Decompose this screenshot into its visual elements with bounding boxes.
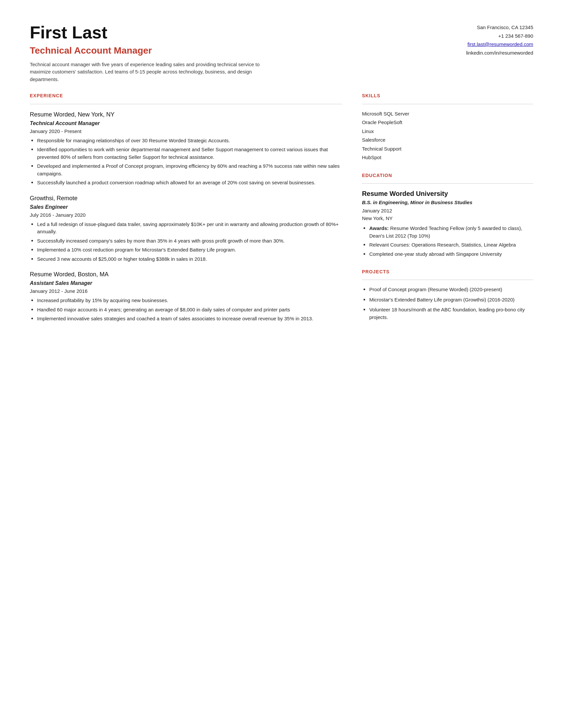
edu-bullet-1: Awards: Resume Worded Teaching Fellow (o…	[362, 225, 533, 240]
experience-divider	[30, 104, 342, 104]
edu-bullet-2: Relevant Courses: Operations Research, S…	[362, 241, 533, 249]
job1-bullet-4: Successfully launched a product conversi…	[30, 179, 342, 187]
skill-6: HubSpot	[362, 154, 533, 161]
job3-bullet-1: Increased profitability by 15% by acquir…	[30, 297, 342, 304]
candidate-title: Technical Account Manager	[30, 44, 441, 58]
project-2: Microstar's Extended Battery Life progra…	[362, 296, 533, 304]
education-divider	[362, 183, 533, 184]
skill-1: Microsoft SQL Server	[362, 110, 533, 118]
job2-dates: July 2016 - January 2020	[30, 211, 342, 219]
edu-bullets: Awards: Resume Worded Teaching Fellow (o…	[362, 225, 533, 258]
job3-bullet-2: Handled 60 major accounts in 4 years; ge…	[30, 306, 342, 314]
job2-role: Sales Engineer	[30, 203, 342, 211]
job2-company: Growthsi, Remote	[30, 194, 342, 203]
skill-3: Linux	[362, 128, 533, 135]
project-3: Volunteer 18 hours/month at the ABC foun…	[362, 306, 533, 321]
job1-company: Resume Worded, New York, NY	[30, 110, 342, 119]
job1-dates: January 2020 - Present	[30, 128, 342, 135]
job2-bullet-4: Secured 3 new accounts of $25,000 or hig…	[30, 255, 342, 263]
job3-company: Resume Worded, Boston, MA	[30, 270, 342, 279]
edu-location: New York, NY	[362, 215, 533, 222]
job1-bullet-2: Identified opportunities to work with se…	[30, 146, 342, 161]
education-section-title: EDUCATION	[362, 172, 533, 179]
job3-bullet-3: Implemented innovative sales strategies …	[30, 315, 342, 323]
job3-dates: January 2012 - June 2016	[30, 288, 342, 295]
contact-info: San Francisco, CA 12345 +1 234 567-890 f…	[441, 23, 533, 57]
projects-list: Proof of Concept program (Resume Worded)…	[362, 286, 533, 321]
candidate-summary: Technical account manager with five year…	[30, 61, 261, 83]
right-column: SKILLS Microsoft SQL Server Oracle Peopl…	[362, 92, 533, 705]
job2-bullet-1: Led a full redesign of issue-plagued dat…	[30, 221, 342, 236]
header-section: First Last Technical Account Manager Tec…	[30, 23, 533, 83]
job-growthsi: Growthsi, Remote Sales Engineer July 201…	[30, 194, 342, 263]
left-column: EXPERIENCE Resume Worded, New York, NY T…	[30, 92, 342, 705]
project-1: Proof of Concept program (Resume Worded)…	[362, 286, 533, 294]
contact-linkedin: linkedin.com/in/resumeworded	[441, 49, 533, 57]
skills-list: Microsoft SQL Server Oracle PeopleSoft L…	[362, 110, 533, 161]
skill-2: Oracle PeopleSoft	[362, 119, 533, 126]
contact-phone: +1 234 567-890	[441, 32, 533, 40]
job1-bullet-3: Developed and implemented a Proof of Con…	[30, 162, 342, 177]
skill-4: Salesforce	[362, 136, 533, 144]
job1-bullet-1: Responsible for managing relationships o…	[30, 137, 342, 145]
job-resumeworded-asm: Resume Worded, Boston, MA Assistant Sale…	[30, 270, 342, 323]
contact-email[interactable]: first.last@resumeworded.com	[441, 40, 533, 49]
job3-role: Assistant Sales Manager	[30, 279, 342, 287]
job1-bullets: Responsible for managing relationships o…	[30, 137, 342, 187]
contact-location: San Francisco, CA 12345	[441, 23, 533, 32]
skills-divider	[362, 104, 533, 104]
edu-date: January 2012	[362, 207, 533, 214]
header-left: First Last Technical Account Manager Tec…	[30, 23, 441, 83]
job2-bullets: Led a full redesign of issue-plagued dat…	[30, 221, 342, 263]
resume-page: First Last Technical Account Manager Tec…	[0, 0, 563, 728]
job-resumeworded-tam: Resume Worded, New York, NY Technical Ac…	[30, 110, 342, 187]
experience-section-title: EXPERIENCE	[30, 92, 342, 99]
job2-bullet-2: Successfully increased company's sales b…	[30, 237, 342, 245]
edu-bullet-3: Completed one-year study abroad with Sin…	[362, 250, 533, 258]
job2-bullet-3: Implemented a 10% cost reduction program…	[30, 246, 342, 254]
projects-divider	[362, 280, 533, 280]
edu-school: Resume Worded University	[362, 190, 533, 198]
job1-role: Technical Account Manager	[30, 119, 342, 127]
edu-degree: B.S. in Engineering, Minor in Business S…	[362, 199, 533, 206]
skill-5: Technical Support	[362, 145, 533, 153]
job3-bullets: Increased profitability by 15% by acquir…	[30, 297, 342, 323]
body-content: EXPERIENCE Resume Worded, New York, NY T…	[30, 92, 533, 705]
candidate-name: First Last	[30, 23, 441, 42]
projects-section-title: PROJECTS	[362, 268, 533, 275]
skills-section-title: SKILLS	[362, 92, 533, 99]
